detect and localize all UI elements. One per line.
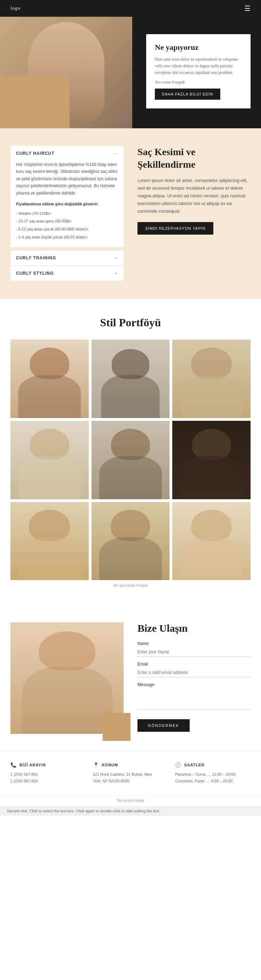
portfolio-cell-9 xyxy=(172,502,251,581)
portrait-7 xyxy=(10,502,89,581)
accordion-body-curly-haircut: Her müşterinin kıvırcık tipine/tiplerine… xyxy=(10,161,123,247)
footer-col-hours: 🕐 SAATLER Pazartesi – Cuma .... 11:00 – … xyxy=(175,762,251,784)
submit-button[interactable]: GÖNDERMEK xyxy=(138,719,190,732)
accordion-description: Her müşterinin kıvırcık tipine/tiplerine… xyxy=(16,161,118,197)
portrait-8 xyxy=(92,502,170,581)
hero-description: Duis aute irure dolor in reprehenderit i… xyxy=(155,56,242,76)
services-accordion: CURLY HAIRCUT → Her müşterinin kıvırcık … xyxy=(10,146,123,282)
contact-tan-accent xyxy=(103,713,131,741)
name-field-group: Name xyxy=(138,641,251,657)
accordion-header-curly-haircut[interactable]: CURLY HAIRCUT → xyxy=(10,146,123,161)
message-field-group: Message xyxy=(138,682,251,711)
accordion-label-curly-styling: CURLY STYLING xyxy=(16,271,54,276)
price-item-3: 5-12 yaş arası çocuk (60-90 ABD doları)+ xyxy=(16,226,118,232)
services-description: Saç Kesimi ve Şekillendirme Lorem ipsum … xyxy=(138,146,251,282)
email-input[interactable] xyxy=(138,668,251,678)
portfolio-cell-4 xyxy=(10,421,89,499)
services-section: CURLY HAIRCUT → Her müşterinin kıvırcık … xyxy=(0,128,261,299)
portfolio-cell-8 xyxy=(92,502,170,581)
portfolio-cell-1 xyxy=(10,340,89,418)
contact-form: Bize Ulaşın Name Email Message GÖNDERMEK xyxy=(138,622,251,734)
sample-text: Sample text. Click to select the text bo… xyxy=(7,809,160,813)
footer-hours-title: 🕐 SAATLER xyxy=(175,762,251,768)
accordion-header-curly-training[interactable]: CURLY TRAINING → xyxy=(10,251,123,265)
accordion-arrow-curly-training: → xyxy=(114,256,118,261)
price-item-1: Yetişkin (70-110$)+ xyxy=(16,210,118,217)
price-list: Yetişkin (70-110$)+ 13-17 yaş arası genç… xyxy=(16,210,118,240)
footer-credit-text: Ten resim Freepik xyxy=(117,799,144,803)
portrait-2 xyxy=(92,340,170,418)
footer-phone-line1: 1 (234) 567-891, xyxy=(10,771,86,778)
site-header: logo ☰ xyxy=(0,0,261,17)
portrait-6 xyxy=(172,421,251,499)
footer-phone-label: BİZİ ARAYIN xyxy=(19,763,46,767)
footer-phone-title: 📞 BİZİ ARAYIN xyxy=(10,762,86,768)
reservation-button[interactable]: ŞİMDİ REZERVASYON YAPIN xyxy=(138,222,214,235)
collapsed-items: CURLY TRAINING → CURLY STYLING → xyxy=(10,251,123,281)
price-item-4: 1-4 yaş arası küçük çocuk (40-55 dolar)+ xyxy=(16,234,118,240)
footer-location-line1: 121 Rock Caddesi, 21 Bulvar, New xyxy=(93,771,168,778)
message-textarea[interactable] xyxy=(138,689,251,710)
price-item-2: 13-17 yaş arası genç (65-95$)+ xyxy=(16,218,118,224)
portfolio-grid xyxy=(10,340,251,580)
accordion-label-curly-haircut: CURLY HAIRCUT xyxy=(16,151,54,156)
hero-section: Ne yapıyoruz Duis aute irure dolor in re… xyxy=(0,17,261,128)
contact-title: Bize Ulaşın xyxy=(138,622,251,634)
phone-icon: 📞 xyxy=(10,762,17,768)
contact-image-area xyxy=(10,622,123,734)
footer-location-label: KONUM xyxy=(102,763,118,767)
footer-location-line2: York, NY 92103-9000 xyxy=(93,778,168,784)
portfolio-title: Stil Portföyü xyxy=(10,316,251,329)
footer-info: 📞 BİZİ ARAYIN 1 (234) 567-891, 1 (234) 9… xyxy=(0,751,261,794)
site-logo: logo xyxy=(10,6,21,11)
name-input[interactable] xyxy=(138,648,251,657)
hero-content-box: Ne yapıyoruz Duis aute irure dolor in re… xyxy=(146,34,251,108)
accordion-item-curly-training[interactable]: CURLY TRAINING → xyxy=(10,251,123,265)
portrait-5 xyxy=(92,421,170,499)
portfolio-cell-5 xyxy=(92,421,170,499)
footer-location-title: 📍 KONUM xyxy=(93,762,168,768)
portfolio-wrapper: Stil Portföyü xyxy=(0,299,261,605)
price-title: Fiyatlandırma stiliste göre değişiklik g… xyxy=(16,201,118,207)
hero-title: Ne yapıyoruz xyxy=(155,43,242,52)
portrait-4 xyxy=(10,421,89,499)
accordion-item-curly-haircut[interactable]: CURLY HAIRCUT → Her müşterinin kıvırcık … xyxy=(10,146,123,247)
footer-phone-line2: 1 (234) 987-654 xyxy=(10,778,86,784)
accordion-item-curly-styling[interactable]: CURLY STYLING → xyxy=(10,266,123,281)
portfolio-cell-2 xyxy=(92,340,170,418)
accordion-label-curly-training: CURLY TRAINING xyxy=(16,256,56,261)
sample-text-bar: Sample text. Click to select the text bo… xyxy=(0,806,261,816)
email-label: Email xyxy=(138,662,251,667)
portrait-1 xyxy=(10,340,89,418)
portfolio-section: Stil Portföyü xyxy=(0,299,261,605)
portrait-3 xyxy=(172,340,251,418)
name-label: Name xyxy=(138,641,251,646)
footer-hours-line1: Pazartesi – Cuma .... 11:00 – 20:00, xyxy=(175,771,251,778)
footer-hours-label: SAATLER xyxy=(184,763,204,767)
footer-col-phone: 📞 BİZİ ARAYIN 1 (234) 567-891, 1 (234) 9… xyxy=(10,762,86,784)
footer-photo-credit: Ten resim Freepik xyxy=(0,795,261,806)
hero-photo-credit: Ten resim Freepik xyxy=(155,79,242,86)
hero-tan-accent xyxy=(0,76,70,128)
accordion-arrow-curly-styling: → xyxy=(114,271,118,276)
services-title: Saç Kesimi ve Şekillendirme xyxy=(138,146,251,171)
contact-section: Bize Ulaşın Name Email Message GÖNDERMEK xyxy=(0,605,261,751)
services-body: Lorem ipsum dolor sit amet, consectetur … xyxy=(138,177,251,215)
portrait-9 xyxy=(172,502,251,581)
portfolio-cell-3 xyxy=(172,340,251,418)
accordion-arrow-curly-haircut: → xyxy=(113,151,118,156)
clock-icon: 🕐 xyxy=(175,762,181,768)
accordion-header-curly-styling[interactable]: CURLY STYLING → xyxy=(10,266,123,281)
email-field-group: Email xyxy=(138,662,251,678)
hero-cta-button[interactable]: DAHA FAZLA BİLGİ EDİN xyxy=(155,89,220,100)
message-label: Message xyxy=(138,682,251,687)
location-icon: 📍 xyxy=(93,762,99,768)
portfolio-cell-7 xyxy=(10,502,89,581)
portfolio-credit: Ten görüntüler Freepik xyxy=(10,584,251,587)
footer-hours-line2: Cumartesi, Pazar .... 6:00 – 20:00 xyxy=(175,778,251,784)
portfolio-cell-6 xyxy=(172,421,251,499)
footer-col-location: 📍 KONUM 121 Rock Caddesi, 21 Bulvar, New… xyxy=(93,762,168,784)
hamburger-menu-icon[interactable]: ☰ xyxy=(244,4,251,13)
